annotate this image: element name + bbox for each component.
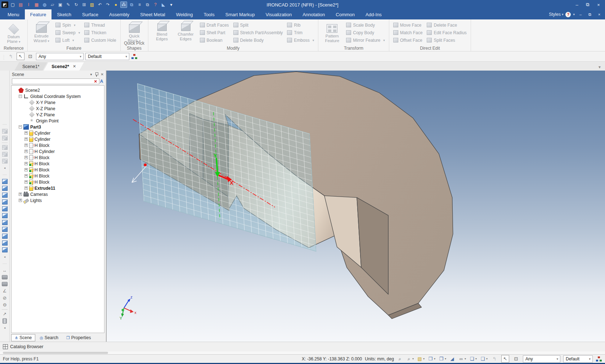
search-filter-icon[interactable]: A — [99, 79, 104, 84]
tab-assembly[interactable]: Assembly — [104, 9, 135, 19]
sweep-button[interactable]: Sweep — [54, 29, 81, 36]
view-reset-icon[interactable] — [1, 247, 9, 253]
part-display-icon[interactable]: ❑ — [480, 356, 488, 361]
viewport-canvas[interactable]: Y X z — [107, 71, 605, 342]
scene-search-input[interactable] — [12, 78, 99, 84]
tab-annotation[interactable]: Annotation — [297, 9, 330, 19]
shell-part-button[interactable]: Shell Part — [199, 29, 230, 36]
tab-list-chevron-icon[interactable]: ▼ — [598, 65, 601, 69]
camera-view-icon[interactable]: ❏ — [469, 356, 477, 361]
visibility-glasses-icon[interactable]: ∞ — [458, 356, 466, 361]
zoom-window-icon[interactable]: ⌕ — [397, 356, 403, 362]
offset-face-button[interactable]: Offset Face — [392, 36, 424, 44]
draft-faces-button[interactable]: Draft Faces — [199, 21, 230, 29]
cylinder-tool-icon[interactable] — [1, 318, 9, 324]
new-window-icon[interactable]: ⧉ — [128, 1, 135, 8]
tab-common[interactable]: Common — [330, 9, 360, 19]
tree-item-scene2[interactable]: Scene2 — [12, 87, 104, 93]
expander[interactable] — [19, 199, 22, 202]
render-style-combo[interactable]: Default — [85, 53, 129, 60]
expander[interactable] — [19, 193, 22, 196]
expander[interactable] — [24, 187, 28, 190]
leader-note-icon[interactable] — [1, 311, 9, 317]
collapse-arrow-icon[interactable] — [1, 165, 9, 171]
status-selection-filter-combo[interactable]: Any — [523, 355, 560, 363]
catalog-browser-bar[interactable]: Catalog Browser — [0, 342, 605, 351]
new-checked-document-icon[interactable]: ▤ — [17, 1, 24, 8]
help-icon[interactable]: ? — [152, 1, 159, 8]
search-clear-icon[interactable]: ✕ — [94, 79, 97, 84]
assembly-hierarchy-icon[interactable] — [131, 54, 138, 59]
render-mode-icon[interactable]: ❒ — [427, 356, 435, 361]
tree-item-extrude11[interactable]: Extrude11 — [12, 185, 104, 191]
chamfer-edges-button[interactable]: Chamfer Edges — [175, 21, 197, 41]
boolean-intersect-icon[interactable] — [1, 144, 9, 150]
thread-button[interactable]: Thread — [83, 21, 117, 29]
add-shape-icon[interactable]: ⊞ — [81, 1, 88, 8]
delete-face-button[interactable]: Delete Face — [426, 21, 467, 29]
tree-item-h-block[interactable]: H Block — [12, 142, 104, 148]
assembly-hierarchy-icon[interactable] — [596, 356, 602, 362]
measure-angle-icon[interactable] — [1, 288, 9, 294]
tab-scene2[interactable]: Scene2*✕ — [44, 62, 84, 71]
close-button[interactable]: × — [593, 1, 604, 8]
copy-stack-icon[interactable]: ⧉ — [144, 1, 151, 8]
tab-welding[interactable]: Welding — [171, 9, 198, 19]
view-left-icon[interactable] — [1, 192, 9, 198]
view-front-icon[interactable] — [1, 178, 9, 185]
tree-item-cylinder[interactable]: Cylinder — [12, 130, 104, 136]
tree-item-origin-point[interactable]: Origin Point — [12, 118, 104, 124]
tab-visualization[interactable]: Visualization — [260, 9, 297, 19]
view-iso-icon[interactable] — [1, 219, 9, 226]
expander[interactable] — [24, 162, 28, 165]
tree-item-part3[interactable]: Part3 — [12, 124, 104, 130]
scene-browser-toggle-icon[interactable]: ⁂ — [120, 1, 127, 8]
expander[interactable] — [24, 131, 28, 135]
tree-item-xy-plane[interactable]: X-Y Plane — [12, 99, 104, 105]
view-config-icon[interactable]: ❐ — [438, 356, 446, 361]
tree-item-h-block[interactable]: H Block — [12, 173, 104, 179]
undo-icon[interactable]: ↶ — [97, 1, 103, 8]
measure-distance-icon[interactable] — [1, 267, 9, 274]
doc-close-button[interactable]: × — [596, 12, 603, 17]
tab-sketch[interactable]: Sketch — [51, 9, 77, 19]
learning-icon[interactable]: ◣ — [160, 1, 167, 8]
expander[interactable] — [19, 95, 22, 98]
collapse-arrow-icon[interactable] — [1, 324, 9, 331]
horizontal-scrollbar[interactable] — [0, 351, 605, 354]
view-dimetric-icon[interactable] — [1, 226, 9, 233]
view-top-icon[interactable] — [1, 206, 9, 212]
status-render-style-combo[interactable]: Default — [563, 355, 593, 363]
drag-handle[interactable] — [1, 171, 9, 178]
expander[interactable] — [24, 138, 28, 141]
tree-item-h-block[interactable]: H Block — [12, 161, 104, 167]
boolean-union-icon[interactable] — [1, 128, 9, 134]
view-bottom-icon[interactable] — [1, 212, 9, 219]
datum-plane-button[interactable]: Datum Plane — [3, 21, 24, 44]
tab-feature[interactable]: Feature — [25, 9, 52, 19]
scrollbar-thumb[interactable] — [3, 352, 108, 354]
shape-display-icon[interactable]: ▧ — [417, 356, 425, 361]
select-move-icon[interactable]: ↰ — [490, 355, 498, 363]
tab-surface[interactable]: Surface — [77, 9, 104, 19]
select-move-icon[interactable]: ↰ — [7, 53, 15, 60]
blend-edges-button[interactable]: Blend Edges — [151, 21, 173, 41]
tree-item-cylinder[interactable]: Cylinder — [12, 136, 104, 142]
open-icon[interactable]: ▱ — [49, 1, 56, 8]
tab-sheet-metal[interactable]: Sheet Metal — [135, 9, 170, 19]
edit-face-radius-button[interactable]: Edit Face Radius — [426, 29, 467, 36]
view-right-icon[interactable] — [1, 199, 9, 205]
expander[interactable] — [19, 125, 22, 129]
sketch-endpoint[interactable] — [144, 163, 147, 166]
new-drawing-document-icon[interactable]: ▦ — [33, 1, 40, 8]
drag-handle[interactable] — [1, 260, 9, 267]
move-face-button[interactable]: Move Face — [392, 21, 424, 29]
select-cursor-icon[interactable]: ↖ — [17, 53, 24, 60]
rect-select-icon[interactable]: ⊡ — [512, 355, 520, 363]
scale-body-button[interactable]: Scale Body — [345, 21, 386, 29]
edit-document-icon[interactable]: ✎ — [65, 1, 72, 8]
tab-close-icon[interactable]: ✕ — [73, 64, 76, 69]
delete-body-button[interactable]: Delete Body — [232, 36, 284, 44]
document-preview-icon[interactable]: ◍ — [41, 1, 48, 8]
rect-select-icon[interactable]: ⊡ — [26, 53, 34, 60]
